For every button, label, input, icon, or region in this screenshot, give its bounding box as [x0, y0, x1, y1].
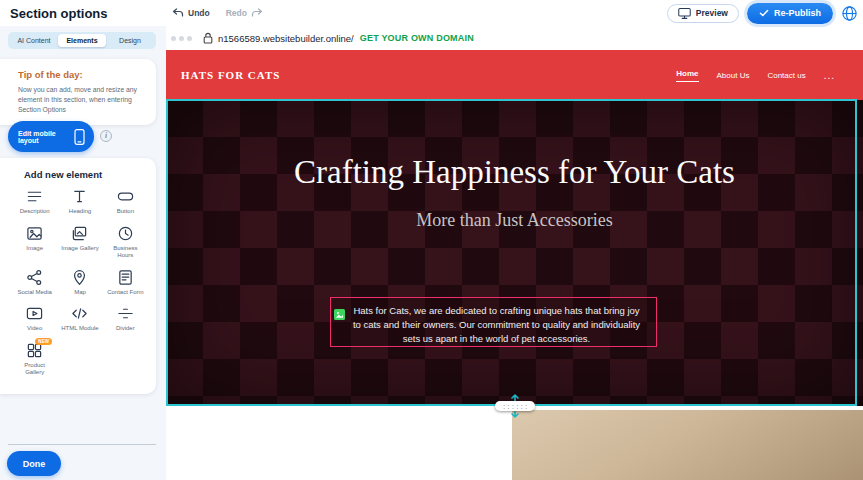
nav-item-home[interactable]: Home [676, 69, 698, 82]
redo-button[interactable]: Redo [226, 8, 263, 18]
business-hours-icon [117, 225, 134, 242]
tip-body: Now you can add, move and resize any ele… [18, 85, 144, 116]
tab-elements[interactable]: Elements [58, 34, 106, 47]
element-social-media[interactable]: Social Media [14, 269, 55, 297]
element-label: Heading [69, 208, 91, 216]
monitor-icon [678, 8, 691, 19]
window-dot [171, 36, 176, 41]
element-image[interactable]: Image [14, 225, 55, 260]
contact-form-icon [117, 269, 134, 286]
image-gallery-icon [71, 225, 88, 242]
add-element-title: Add new element [24, 169, 146, 180]
carpet-image[interactable] [512, 410, 863, 480]
site-preview: HATS FOR CATS Home About Us Contact us .… [166, 50, 863, 480]
republish-button[interactable]: Re-Publish [747, 3, 833, 24]
canvas: n1566589.websitebuilder.online/ GET YOUR… [166, 26, 863, 480]
nav-more-button[interactable]: ... [824, 70, 835, 81]
tab-ai-content[interactable]: AI Content [10, 34, 58, 47]
site-logo[interactable]: HATS FOR CATS [181, 69, 280, 81]
site-nav: Home About Us Contact us ... [676, 50, 835, 100]
element-contact-form[interactable]: Contact Form [105, 269, 146, 297]
republish-label: Re-Publish [774, 8, 821, 18]
sidebar: AI Content Elements Design Tip of the da… [0, 26, 166, 480]
element-label: Business Hours [105, 245, 146, 260]
description-icon [26, 188, 43, 205]
tab-design[interactable]: Design [106, 34, 154, 47]
tip-title: Tip of the day: [18, 69, 144, 80]
element-divider[interactable]: Divider [105, 305, 146, 333]
sidebar-tabs: AI Content Elements Design [8, 32, 156, 49]
image-icon [26, 225, 43, 242]
lock-icon [203, 32, 213, 44]
redo-icon [251, 8, 263, 18]
hero-subtitle[interactable]: More than Just Accessories [166, 210, 863, 231]
nav-item-contact-us[interactable]: Contact us [767, 71, 805, 80]
site-header[interactable]: HATS FOR CATS Home About Us Contact us .… [166, 50, 863, 100]
element-button[interactable]: Button [105, 188, 146, 216]
element-label: Contact Form [107, 289, 143, 297]
undo-icon [172, 8, 184, 18]
tip-of-the-day-card: Tip of the day: Now you can add, move an… [0, 59, 156, 125]
undo-label: Undo [188, 8, 210, 18]
element-product-gallery[interactable]: NEW Product Gallery [14, 342, 55, 377]
social-media-icon [26, 269, 43, 286]
new-badge: NEW [35, 338, 52, 345]
element-label: Product Gallery [14, 362, 55, 377]
hero-title[interactable]: Crafting Happiness for Your Cats [285, 100, 745, 195]
language-globe-button[interactable] [841, 5, 858, 22]
element-label: Map [74, 289, 86, 297]
history-controls: Undo Redo [172, 0, 263, 26]
button-icon [117, 188, 134, 205]
hero-text-element[interactable]: Hats for Cats, we are dedicated to craft… [330, 297, 657, 347]
edit-mobile-layout-button[interactable]: Edit mobile layout [8, 121, 94, 152]
check-icon [759, 9, 769, 17]
section-drag-handle[interactable] [495, 401, 535, 411]
add-element-panel: Add new element Description Heading Butt… [0, 158, 156, 394]
element-business-hours[interactable]: Business Hours [105, 225, 146, 260]
page-title: Section options [10, 6, 108, 21]
element-image-gallery[interactable]: Image Gallery [59, 225, 100, 260]
element-label: Social Media [17, 289, 51, 297]
window-dot [179, 36, 184, 41]
nav-item-about-us[interactable]: About Us [717, 71, 750, 80]
element-html-module[interactable]: HTML Module [59, 305, 100, 333]
hero-text: Hats for Cats, we are dedicated to craft… [351, 304, 642, 345]
preview-button[interactable]: Preview [667, 4, 739, 23]
hero-section[interactable]: Crafting Happiness for Your Cats More th… [166, 100, 863, 406]
phone-icon [74, 129, 85, 145]
element-label: Description [20, 208, 50, 216]
redo-label: Redo [226, 8, 247, 18]
browser-bar: n1566589.websitebuilder.online/ GET YOUR… [166, 26, 863, 50]
image-placeholder-icon [334, 309, 345, 320]
element-video[interactable]: Video [14, 305, 55, 333]
map-icon [71, 269, 88, 286]
element-heading[interactable]: Heading [59, 188, 100, 216]
preview-label: Preview [696, 8, 728, 18]
sidebar-divider [8, 444, 156, 445]
element-label: Image [26, 245, 43, 253]
video-icon [26, 305, 43, 322]
element-label: Button [117, 208, 134, 216]
html-module-icon [71, 305, 88, 322]
divider-icon [117, 305, 134, 322]
globe-icon [841, 5, 858, 22]
element-label: Image Gallery [61, 245, 98, 253]
site-url: n1566589.websitebuilder.online/ [218, 33, 354, 44]
done-button[interactable]: Done [7, 451, 61, 476]
element-label: HTML Module [61, 325, 98, 333]
element-label: Divider [116, 325, 135, 333]
topbar-actions: Preview Re-Publish [667, 0, 858, 26]
element-label: Video [27, 325, 42, 333]
heading-icon [71, 188, 88, 205]
topbar: Section options Undo Redo Preview Re-P [0, 0, 863, 26]
element-grid: Description Heading Button Image Image G… [14, 188, 146, 377]
window-dot [187, 36, 192, 41]
element-map[interactable]: Map [59, 269, 100, 297]
undo-button[interactable]: Undo [172, 8, 210, 18]
element-description[interactable]: Description [14, 188, 55, 216]
get-domain-link[interactable]: GET YOUR OWN DOMAIN [360, 33, 474, 43]
info-button[interactable]: i [100, 130, 112, 142]
edit-mobile-label: Edit mobile layout [18, 130, 74, 144]
